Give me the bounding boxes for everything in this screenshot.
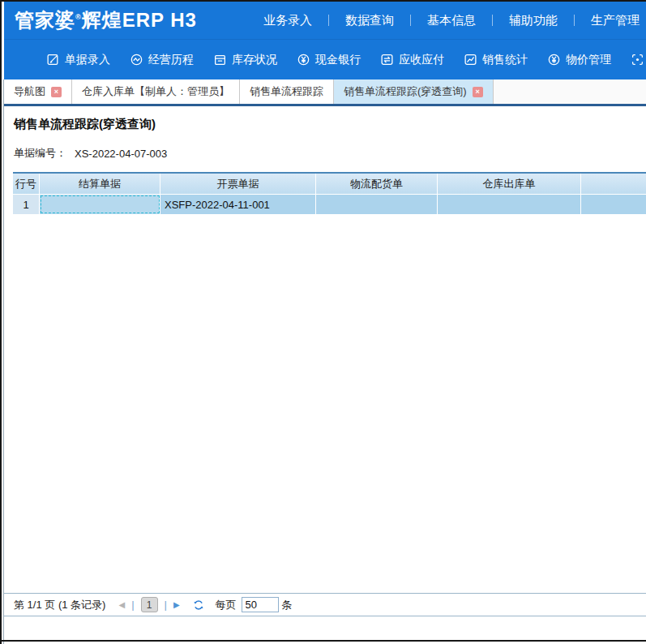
cash-bank-icon — [297, 53, 310, 67]
table-row[interactable]: 1 XSFP-2022-04-11-001 — [13, 195, 646, 214]
document-tab-bar: 导航图 × 仓库入库单【制单人：管理员】 销售单流程跟踪 销售单流程跟踪(穿透查… — [4, 79, 646, 106]
column-header-logistics-doc[interactable]: 物流配货单 — [316, 174, 438, 195]
toolbar-item-doc-entry[interactable]: 单据录入 — [46, 53, 110, 67]
cell-extra[interactable] — [581, 195, 646, 214]
sales-stats-icon — [464, 53, 477, 67]
toolbar-item-business-history[interactable]: 经营历程 — [130, 53, 194, 67]
menu-item-basic-info[interactable]: 基本信息 — [411, 13, 492, 28]
menu-item-business-entry[interactable]: 业务录入 — [247, 13, 328, 28]
edit-note-icon — [46, 53, 60, 67]
toolbar-item-label: 物价管理 — [566, 53, 611, 67]
toolbar-item-cash-bank[interactable]: 现金银行 — [297, 53, 361, 67]
toolbar-item-sales-stats[interactable]: 销售统计 — [464, 53, 528, 67]
toolbar-item-inventory-status[interactable]: 库存状况 — [213, 53, 277, 67]
per-page-unit: 条 — [282, 598, 293, 612]
tab-sales-flow-tracking[interactable]: 销售单流程跟踪 — [240, 79, 334, 104]
page-info-text: 第 1/1 页 (1 条记录) — [14, 598, 105, 612]
toolbar-item-label: 销售统计 — [482, 53, 528, 67]
logo-registered-mark: ® — [75, 13, 82, 21]
inventory-box-icon — [213, 53, 227, 67]
toolbar-item-label: 库存状况 — [232, 53, 277, 67]
logo-brand: 管家婆 — [15, 9, 75, 31]
column-header-settlement-doc[interactable]: 结算单据 — [40, 174, 160, 195]
toolbar-item-price-mgmt[interactable]: 物价管理 — [547, 53, 611, 67]
quick-toolbar: 单据录入 经营历程 库存状况 现金银行 应收应付 销售统计 物价 — [4, 39, 646, 79]
cell-line-no[interactable]: 1 — [13, 195, 40, 214]
price-manage-icon — [547, 53, 561, 67]
document-number-label: 单据编号： — [14, 146, 66, 161]
refresh-icon[interactable] — [193, 599, 204, 611]
tab-sales-flow-tracking-drill[interactable]: 销售单流程跟踪(穿透查询) × — [334, 79, 494, 104]
cell-warehouse-out-doc[interactable] — [438, 195, 581, 214]
column-header-warehouse-out-doc[interactable]: 仓库出库单 — [438, 174, 581, 195]
cell-invoice-doc[interactable]: XSFP-2022-04-11-001 — [160, 195, 316, 214]
cell-settlement-doc[interactable] — [40, 195, 160, 214]
page-content: 销售单流程跟踪(穿透查询) 单据编号： XS-2022-04-07-003 行号… — [4, 109, 646, 644]
column-header-invoice-doc[interactable]: 开票单据 — [160, 174, 316, 195]
menu-item-production-mgmt[interactable]: 生产管理 — [575, 13, 646, 28]
business-history-icon — [130, 53, 143, 67]
current-page-button[interactable]: 1 — [141, 597, 158, 612]
flow-tracking-table: 行号 结算单据 开票单据 物流配货单 仓库出库单 1 XSFP-2022-04-… — [13, 172, 646, 214]
top-menu: 业务录入 数据查询 基本信息 辅助功能 生产管理 — [247, 2, 646, 39]
menu-item-aux-functions[interactable]: 辅助功能 — [493, 13, 574, 28]
tab-close-icon[interactable]: × — [473, 87, 483, 97]
pagination-bar: 第 1/1 页 (1 条记录) ◀ | 1 | ▶ 每页 条 — [4, 593, 646, 616]
app-window: 管家婆®辉煌ERP H3 业务录入 数据查询 基本信息 辅助功能 生产管理 单据… — [0, 0, 646, 644]
tab-close-icon[interactable]: × — [51, 87, 62, 97]
tab-label: 销售单流程跟踪(穿透查询) — [344, 84, 467, 99]
per-page-label: 每页 — [216, 598, 237, 612]
tab-navigation-map[interactable]: 导航图 × — [4, 79, 72, 104]
window-bottom-edge — [2, 640, 646, 642]
page-title: 销售单流程跟踪(穿透查询) — [14, 117, 646, 132]
toolbar-item-receivable-payable[interactable]: 应收应付 — [380, 53, 444, 67]
toolbar-item-price-tracking[interactable]: 价格管理 — [631, 53, 646, 67]
document-number-value: XS-2022-04-07-003 — [75, 148, 167, 160]
toolbar-item-label: 经营历程 — [148, 53, 194, 67]
toolbar-item-label: 单据录入 — [65, 53, 110, 67]
table-header-row: 行号 结算单据 开票单据 物流配货单 仓库出库单 — [13, 174, 646, 195]
document-number-row: 单据编号： XS-2022-04-07-003 — [14, 146, 646, 161]
main-area: 导航图 × 仓库入库单【制单人：管理员】 销售单流程跟踪 销售单流程跟踪(穿透查… — [3, 79, 646, 644]
column-header-extra[interactable] — [581, 174, 646, 195]
toolbar-item-label: 现金银行 — [315, 53, 361, 67]
tab-label: 仓库入库单【制单人：管理员】 — [82, 84, 229, 99]
tab-label: 销售单流程跟踪 — [250, 84, 323, 99]
pagination-separator: | — [131, 599, 134, 611]
app-header: 管家婆®辉煌ERP H3 业务录入 数据查询 基本信息 辅助功能 生产管理 — [4, 2, 646, 39]
tab-warehouse-receipt[interactable]: 仓库入库单【制单人：管理员】 — [72, 79, 240, 104]
column-header-line-no[interactable]: 行号 — [13, 174, 40, 195]
toolbar-item-label: 应收应付 — [399, 53, 444, 67]
app-logo: 管家婆®辉煌ERP H3 — [4, 7, 197, 33]
logo-product: 辉煌ERP H3 — [82, 9, 197, 31]
price-scan-icon — [631, 53, 644, 67]
per-page-input[interactable] — [242, 597, 279, 612]
prev-page-icon[interactable]: ◀ — [118, 601, 125, 609]
pagination-separator: | — [165, 599, 167, 611]
next-page-icon[interactable]: ▶ — [173, 601, 180, 609]
menu-item-data-query[interactable]: 数据查询 — [329, 13, 410, 28]
receivable-payable-icon — [380, 53, 394, 67]
cell-logistics-doc[interactable] — [316, 195, 438, 214]
tab-label: 导航图 — [14, 84, 45, 99]
